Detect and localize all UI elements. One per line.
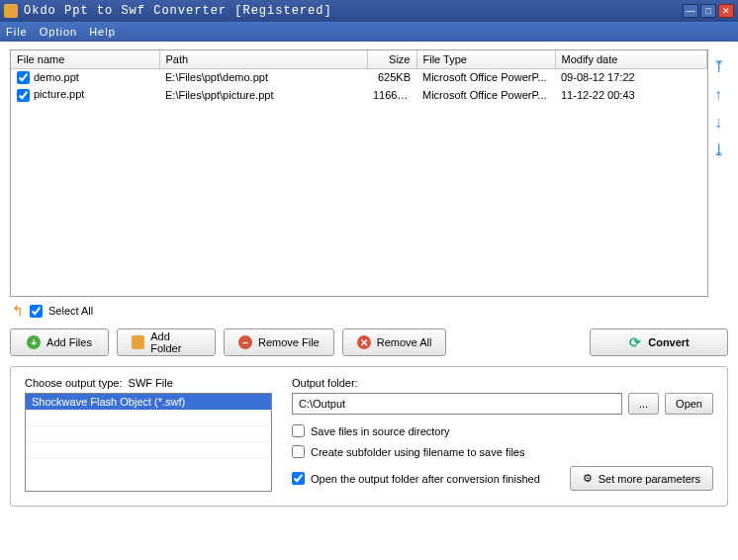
window-title: Okdo Ppt to Swf Converter [Registered] — [24, 4, 681, 18]
remove-all-button[interactable]: ✕Remove All — [342, 328, 447, 356]
open-after-label[interactable]: Open the output folder after conversion … — [311, 473, 540, 485]
remove-file-button[interactable]: –Remove File — [224, 328, 334, 356]
row-checkbox[interactable] — [17, 89, 30, 102]
col-header-size[interactable]: Size — [367, 50, 416, 68]
save-source-label[interactable]: Save files in source directory — [311, 425, 450, 437]
move-down-icon[interactable]: ↓ — [714, 115, 722, 131]
minimize-button[interactable]: — — [683, 4, 698, 18]
open-after-checkbox[interactable] — [292, 472, 305, 485]
convert-button[interactable]: ⟳Convert — [590, 328, 728, 356]
plus-icon: + — [27, 335, 41, 349]
move-up-icon[interactable]: ↑ — [714, 87, 722, 103]
output-folder-label: Output folder: — [292, 377, 713, 389]
table-row[interactable]: picture.pptE:\Files\ppt\picture.ppt1166K… — [11, 86, 707, 104]
col-header-name[interactable]: File name — [11, 50, 159, 68]
col-header-path[interactable]: Path — [159, 50, 367, 68]
open-folder-button[interactable]: Open — [665, 393, 713, 415]
table-row[interactable]: demo.pptE:\Files\ppt\demo.ppt625KBMicros… — [11, 68, 707, 86]
set-more-parameters-button[interactable]: ⚙ Set more parameters — [570, 466, 713, 491]
minus-icon: – — [238, 335, 252, 349]
browse-button[interactable]: ... — [628, 393, 659, 415]
convert-icon: ⟳ — [628, 335, 642, 349]
add-files-button[interactable]: +Add Files — [10, 328, 109, 356]
up-folder-icon[interactable]: ↰ — [12, 303, 24, 319]
maximize-button[interactable]: □ — [700, 4, 716, 18]
output-type-list[interactable]: Shockwave Flash Object (*.swf) — [25, 393, 272, 492]
col-header-date[interactable]: Modify date — [555, 50, 707, 68]
output-type-item[interactable]: Shockwave Flash Object (*.swf) — [26, 394, 271, 410]
add-folder-button[interactable]: Add Folder — [117, 328, 216, 356]
menu-file[interactable]: File — [6, 26, 28, 38]
menu-option[interactable]: Option — [40, 26, 77, 38]
gear-icon: ⚙ — [583, 472, 593, 485]
save-source-checkbox[interactable] — [292, 424, 305, 437]
col-header-type[interactable]: File Type — [416, 50, 555, 68]
x-icon: ✕ — [357, 335, 371, 349]
app-logo-icon — [4, 4, 18, 18]
titlebar: Okdo Ppt to Swf Converter [Registered] —… — [0, 0, 738, 22]
output-type-label: Choose output type: SWF File — [25, 377, 272, 389]
file-table[interactable]: File name Path Size File Type Modify dat… — [10, 49, 708, 297]
move-top-icon[interactable]: ⤒ — [712, 59, 725, 75]
output-folder-input[interactable] — [292, 393, 622, 415]
create-subfolder-checkbox[interactable] — [292, 445, 305, 458]
select-all-label[interactable]: Select All — [48, 305, 93, 317]
reorder-arrows: ⤒ ↑ ↓ ⤓ — [708, 49, 728, 297]
row-checkbox[interactable] — [17, 71, 30, 84]
create-subfolder-label[interactable]: Create subfolder using filename to save … — [311, 446, 524, 458]
close-button[interactable]: ✕ — [718, 4, 734, 18]
select-all-checkbox[interactable] — [30, 305, 43, 318]
menubar: File Option Help — [0, 22, 738, 42]
move-bottom-icon[interactable]: ⤓ — [712, 142, 725, 158]
menu-help[interactable]: Help — [89, 26, 116, 38]
folder-icon — [132, 335, 144, 349]
